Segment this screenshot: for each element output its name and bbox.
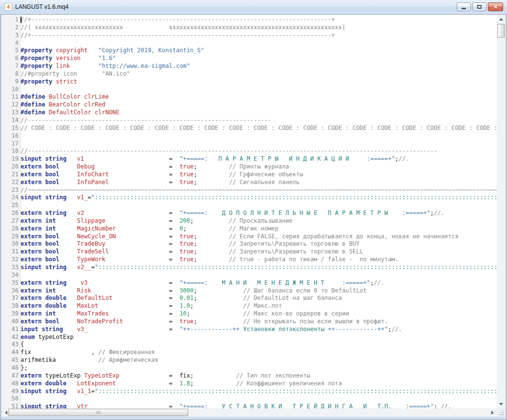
line-number: 30 [2, 240, 21, 248]
close-icon: ✕ [493, 3, 498, 11]
code-text: extern bool NewCycle_ON = true; // Если … [21, 233, 497, 241]
code-line[interactable]: 23//~~~~~~~~~~~~~~~~~~~~~~~~~~~~~~~~~~~~… [2, 187, 497, 194]
code-text: extern int Slippage = 200; // Проскальзы… [21, 217, 497, 225]
code-line[interactable]: 42enum typeLotExp [2, 334, 497, 341]
vertical-scroll-thumb[interactable] [497, 24, 505, 38]
code-line[interactable]: 44fix , // Фиксированная [2, 349, 497, 357]
line-number: 50 [2, 395, 21, 403]
code-line[interactable]: 21extern bool InfoChart = true; // Грфич… [2, 171, 497, 179]
code-line[interactable]: 24sinput string v1_=":::::::::::::::::::… [2, 194, 497, 202]
scroll-thumb-grip-icon [97, 411, 100, 414]
code-text [21, 272, 497, 279]
code-line[interactable]: 2//| xxxxxxxxxxxxxxxxxxxxxxxxx xxxxxxxxx… [2, 24, 497, 32]
code-line[interactable]: 25 [2, 202, 497, 210]
code-line[interactable]: 47extern typeLotExp TypeLotExp = fix; //… [2, 372, 497, 380]
code-line[interactable]: 49sinput string v1_1="::::::::::::::::::… [2, 388, 497, 396]
code-text: sinput string v1_1="::::::::::::::::::::… [21, 388, 497, 396]
code-line[interactable]: 13#define DefaultColor clrNONE [2, 109, 497, 117]
code-line[interactable]: 26extern string v2 = "+=====: Д О П О Л … [2, 210, 497, 217]
code-line[interactable]: 20extern bool Debug = true; // Принты жу… [2, 163, 497, 171]
code-line[interactable]: 32extern bool TypeWork = true; // true -… [2, 256, 497, 264]
code-line[interactable]: 1//+------------------------------------… [2, 16, 497, 24]
code-line[interactable]: 10 [2, 86, 497, 94]
code-line[interactable]: 37extern double DefaultLot = 0.01; // De… [2, 294, 497, 302]
code-line[interactable]: 45arifmetika // Арифметическая [2, 357, 497, 364]
code-line[interactable]: 29extern bool NewCycle_ON = true; // Есл… [2, 233, 497, 241]
scroll-down-arrow[interactable] [497, 400, 505, 408]
line-number: 47 [2, 372, 21, 380]
code-line[interactable]: 11#define BullColor clrLime [2, 93, 497, 101]
window-titlebar[interactable]: 4 LANGUST v1.6.mq4 ✕ [0, 0, 507, 15]
code-line[interactable]: 6#property version "1.6" [2, 55, 497, 63]
code-line[interactable]: 22extern bool InfoPanel = true; // Сигна… [2, 179, 497, 187]
maximize-button[interactable] [472, 2, 486, 11]
line-number: 38 [2, 302, 21, 310]
code-text: fix , // Фиксированная [21, 349, 497, 357]
code-text: extern typeLotExp TypeLotExp = fix; // Т… [21, 372, 497, 380]
code-line[interactable]: 35extern string v3 = "+=====: М А Н И М … [2, 279, 497, 287]
code-line[interactable]: 46}; [2, 364, 497, 372]
code-line[interactable]: 15// CODE : CODE : CODE : CODE : CODE : … [2, 125, 497, 132]
code-line[interactable]: 36extern int Risk = 3000; // Шаг баланса… [2, 287, 497, 295]
vertical-scrollbar[interactable] [497, 15, 505, 408]
code-text: sinput string v2__="::::::::::::::::::::… [21, 264, 497, 272]
code-line[interactable]: 41input string v3_ = "++------------++ У… [2, 326, 497, 334]
line-number: 21 [2, 171, 21, 179]
code-line[interactable]: 43{ [2, 341, 497, 349]
code-line[interactable]: 28extern int MagicNumber = 0; // Магик н… [2, 225, 497, 233]
code-line[interactable]: 12#define BearColor clrRed [2, 101, 497, 109]
code-line[interactable]: 33sinput string v2__="::::::::::::::::::… [2, 264, 497, 272]
maximize-icon [477, 5, 482, 9]
code-editor[interactable]: 1//+------------------------------------… [2, 15, 497, 408]
code-line[interactable]: 3//+------------------------------------… [2, 32, 497, 40]
code-line[interactable]: 19sinput string v1 = "+=====: П А Р А М … [2, 155, 497, 163]
code-text: //| xxxxxxxxxxxxxxxxxxxxxxxxx xxxxxxxxxx… [21, 24, 497, 32]
code-text: #define DefaultColor clrNONE [21, 109, 497, 117]
scroll-right-arrow[interactable] [488, 408, 497, 417]
code-line[interactable]: 16 [2, 132, 497, 140]
code-line[interactable]: 39extern int MaxTrades = 10; // Макс кол… [2, 310, 497, 318]
resize-grip-dots-icon [503, 414, 504, 415]
line-number: 9 [2, 78, 21, 86]
code-line[interactable]: 18//------------------------------------… [2, 147, 497, 155]
code-text: extern bool TypeWork = true; // true - р… [21, 256, 497, 264]
horizontal-scrollbar[interactable] [2, 408, 497, 417]
close-button[interactable]: ✕ [488, 2, 503, 11]
code-line[interactable]: 48extern double LotExponent = 1.8; // Ко… [2, 380, 497, 388]
code-line[interactable]: 9#property strict [2, 78, 497, 86]
scroll-up-arrow[interactable] [497, 15, 505, 23]
code-line[interactable]: 14//------------------------------------… [2, 117, 497, 125]
code-line[interactable]: 17 [2, 140, 497, 148]
line-number: 13 [2, 109, 21, 117]
code-text [21, 40, 497, 47]
horizontal-scroll-thumb[interactable] [8, 409, 188, 416]
code-line[interactable]: 31extern bool TradeSell = true; // Запре… [2, 248, 497, 256]
code-text: //#property icon "AN.ico" [21, 70, 497, 78]
code-line[interactable]: 4 [2, 40, 497, 47]
code-text: input string v3_ = "++------------++ Уст… [21, 326, 497, 334]
line-number: 19 [2, 155, 21, 163]
code-line[interactable]: 27extern int Slippage = 200; // Проскаль… [2, 217, 497, 225]
line-number: 26 [2, 210, 21, 217]
code-text: arifmetika // Арифметическая [21, 357, 497, 364]
line-number: 40 [2, 318, 21, 326]
code-line[interactable]: 7#property link "http://www.ea-sigmal.co… [2, 63, 497, 70]
code-line[interactable]: 30extern bool TradeBuy = true; // Запрет… [2, 240, 497, 248]
minimize-icon [462, 8, 466, 9]
code-line[interactable]: 5#property copyright "Copyright 2019, Ko… [2, 47, 497, 55]
code-line[interactable]: 34 [2, 272, 497, 279]
code-text: sinput string vtr = "+=====: У С Т А Н О… [21, 403, 497, 408]
line-number: 5 [2, 47, 21, 55]
code-text: //~~~~~~~~~~~~~~~~~~~~~~~~~~~~~~~~~~~~~~… [21, 187, 497, 194]
line-number: 12 [2, 101, 21, 109]
code-line[interactable]: 8//#property icon "AN.ico" [2, 70, 497, 78]
resize-grip[interactable] [497, 408, 505, 417]
code-text: extern bool Debug = true; // Принты журн… [21, 163, 497, 171]
minimize-button[interactable] [457, 2, 471, 11]
code-line[interactable]: 50 [2, 395, 497, 403]
code-line[interactable]: 40extern bool NoTradeProfit = true; // Н… [2, 318, 497, 326]
code-line[interactable]: 51sinput string vtr = "+=====: У С Т А Н… [2, 403, 497, 408]
code-text: extern string v3 = "+=====: М А Н И М Е … [21, 279, 497, 287]
code-line[interactable]: 38extern double MaxLot = 1.0; // Макс.ло… [2, 302, 497, 310]
line-number: 7 [2, 63, 21, 70]
